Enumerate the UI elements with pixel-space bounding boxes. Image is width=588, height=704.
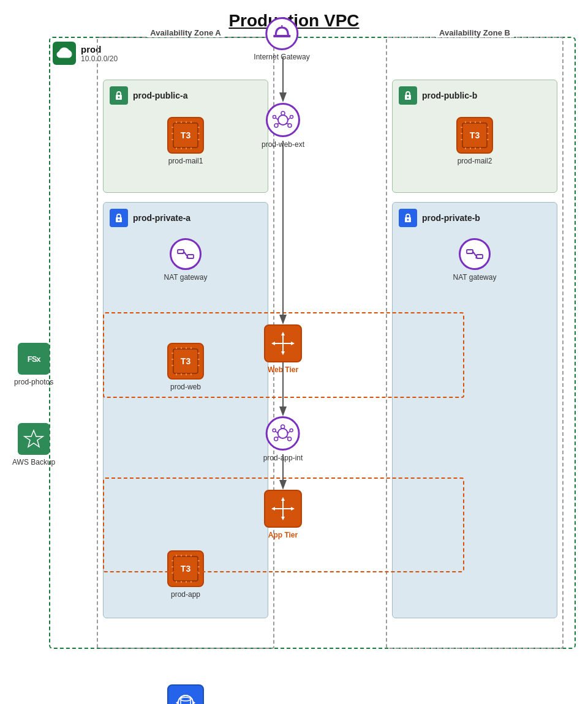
svg-point-95 <box>274 124 278 127</box>
igw-icon <box>265 17 298 50</box>
aws-backup-icon <box>18 423 50 455</box>
nat-gateway-b-item: NAT gateway <box>399 238 551 282</box>
svg-marker-128 <box>24 430 43 447</box>
internet-gateway: Internet Gateway <box>254 17 309 61</box>
svg-text:T3: T3 <box>470 130 480 140</box>
subnet-public-a: prod-public-a <box>103 80 268 193</box>
svg-point-115 <box>273 429 276 432</box>
svg-marker-127 <box>291 507 295 511</box>
vpc-cloud-icon <box>53 42 76 65</box>
nat-gateway-a-item: NAT gateway <box>110 238 262 282</box>
subnet-public-a-lock-icon <box>110 86 128 105</box>
prod-mail1-label: prod-mail1 <box>168 157 203 165</box>
prod-mail1-icon: T3 <box>167 117 204 154</box>
subnet-public-b: prod-public-b <box>392 80 557 193</box>
subnet-private-a-name: prod-private-a <box>133 213 190 223</box>
svg-point-86 <box>407 219 409 221</box>
svg-marker-84 <box>176 701 178 704</box>
nat-gateway-a-icon <box>170 238 202 270</box>
app-tier-icon <box>264 490 302 528</box>
svg-marker-126 <box>271 507 275 511</box>
prod-db-icon <box>167 684 204 704</box>
left-services: FSx prod-photos AWS Backup <box>12 343 55 466</box>
svg-marker-110 <box>291 342 295 345</box>
prod-web-ext-icon <box>266 103 300 137</box>
prod-app-int-label: prod-app-int <box>263 454 303 462</box>
subnet-public-b-lock-icon <box>399 86 417 105</box>
prod-app-label: prod-app <box>171 590 200 599</box>
nat-gateway-b-icon <box>459 238 491 270</box>
az-b-label: Availability Zone B <box>435 28 514 37</box>
svg-point-79 <box>181 697 190 701</box>
svg-point-96 <box>288 124 292 127</box>
svg-point-114 <box>288 437 292 441</box>
subnet-private-a-lock-icon <box>110 209 128 227</box>
svg-text:T3: T3 <box>181 130 191 140</box>
svg-point-116 <box>290 429 293 432</box>
prod-web-ext-item: prod-web-ext <box>262 103 304 149</box>
prod-mail2-item: T3 prod-mail2 <box>399 117 551 165</box>
aws-backup-item: AWS Backup <box>12 423 55 466</box>
app-tier-label: App Tier <box>268 531 298 539</box>
subnet-private-b-lock-icon <box>399 209 417 227</box>
svg-marker-108 <box>281 351 285 355</box>
az-a-label: Availability Zone A <box>146 28 224 37</box>
svg-rect-0 <box>273 35 290 37</box>
svg-marker-124 <box>281 497 285 501</box>
svg-point-113 <box>274 437 278 441</box>
nat-gateway-b-label: NAT gateway <box>453 273 497 282</box>
svg-point-21 <box>407 97 409 99</box>
prod-mail2-icon: T3 <box>456 117 493 154</box>
web-tier-label: Web Tier <box>268 365 298 374</box>
prod-photos-label: prod-photos <box>14 378 53 386</box>
svg-marker-83 <box>193 701 195 704</box>
web-tier-icon <box>264 324 302 362</box>
svg-point-101 <box>290 116 293 119</box>
igw-label: Internet Gateway <box>254 53 309 61</box>
svg-marker-109 <box>271 342 275 345</box>
nat-gateway-a-label: NAT gateway <box>164 273 208 282</box>
subnet-public-a-name: prod-public-a <box>133 91 187 100</box>
svg-point-39 <box>118 219 120 221</box>
subnet-public-b-name: prod-public-b <box>422 91 477 100</box>
prod-mail1-item: T3 prod-mail1 <box>110 117 262 165</box>
aws-backup-label: AWS Backup <box>12 458 55 466</box>
prod-mail2-label: prod-mail2 <box>458 157 492 165</box>
svg-marker-125 <box>281 517 285 520</box>
svg-point-3 <box>118 97 120 99</box>
app-tier-center: App Tier <box>264 490 302 539</box>
fsx-item: FSx prod-photos <box>14 343 53 386</box>
prod-app-int-icon <box>266 416 300 451</box>
svg-marker-107 <box>281 332 285 335</box>
prod-web-ext-label: prod-web-ext <box>262 140 304 149</box>
web-tier-center: Web Tier <box>264 324 302 374</box>
subnet-private-b-name: prod-private-b <box>422 213 480 223</box>
svg-point-100 <box>273 116 276 119</box>
fsx-icon: FSx <box>18 343 50 375</box>
prod-app-int-item: prod-app-int <box>263 416 303 462</box>
prod-db-item: prod-db (RDS SQL Server) <box>110 684 262 704</box>
